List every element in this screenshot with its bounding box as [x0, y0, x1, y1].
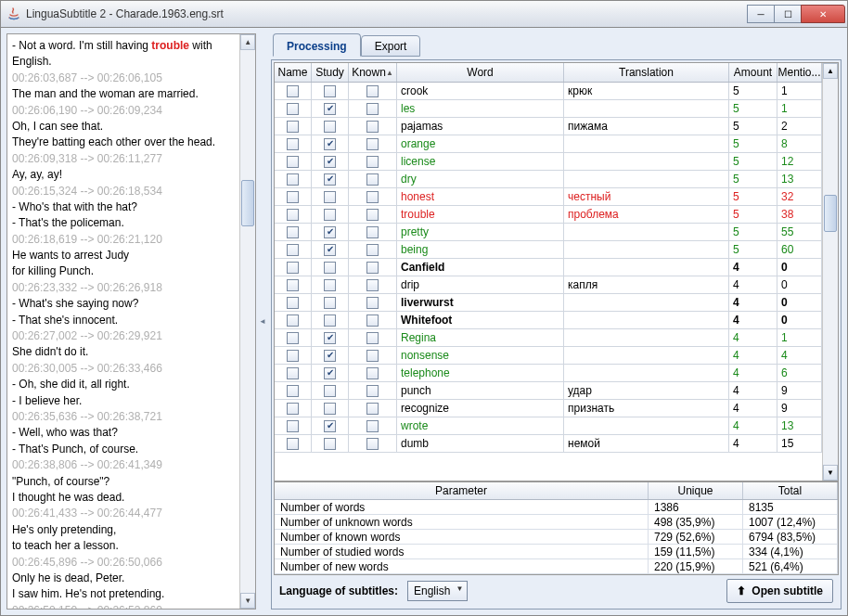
study-checkbox[interactable] — [324, 173, 336, 186]
table-row[interactable]: wrote413 — [275, 417, 822, 435]
table-row[interactable]: dripкапля40 — [275, 276, 822, 294]
name-checkbox[interactable] — [287, 85, 299, 97]
col-header-word[interactable]: Word — [397, 63, 564, 82]
known-checkbox[interactable] — [366, 367, 379, 379]
maximize-button[interactable]: ☐ — [774, 5, 802, 23]
known-checkbox[interactable] — [366, 156, 379, 168]
tab-export[interactable]: Export — [361, 35, 421, 57]
name-checkbox[interactable] — [287, 420, 299, 432]
name-checkbox[interactable] — [287, 156, 299, 168]
name-checkbox[interactable] — [287, 403, 299, 415]
known-checkbox[interactable] — [366, 191, 379, 203]
study-checkbox[interactable] — [324, 385, 336, 397]
table-row[interactable]: being560 — [275, 241, 822, 259]
table-row[interactable]: telephone46 — [275, 365, 822, 382]
scroll-thumb[interactable] — [241, 180, 254, 226]
table-row[interactable]: liverwurst40 — [275, 294, 822, 312]
known-checkbox[interactable] — [366, 350, 379, 362]
name-checkbox[interactable] — [287, 438, 299, 450]
table-row[interactable]: les51 — [275, 100, 822, 118]
study-checkbox[interactable] — [324, 103, 336, 115]
study-checkbox[interactable] — [324, 297, 336, 309]
language-select[interactable]: English — [407, 581, 468, 601]
table-row[interactable]: recognizeпризнать49 — [275, 400, 822, 417]
col-header-known[interactable]: Known — [349, 63, 397, 82]
name-checkbox[interactable] — [287, 138, 299, 150]
known-checkbox[interactable] — [366, 262, 379, 274]
table-row[interactable]: Canfield40 — [275, 259, 822, 276]
col-header-study[interactable]: Study — [312, 63, 349, 82]
name-checkbox[interactable] — [287, 314, 299, 327]
known-checkbox[interactable] — [366, 85, 379, 97]
known-checkbox[interactable] — [366, 226, 379, 238]
col-header-amount[interactable]: Amount — [729, 63, 777, 82]
known-checkbox[interactable] — [366, 403, 379, 415]
table-row[interactable]: pajamasпижама52 — [275, 118, 822, 135]
study-checkbox[interactable] — [324, 367, 336, 379]
name-checkbox[interactable] — [287, 244, 299, 256]
scroll-up-icon[interactable]: ▲ — [240, 34, 255, 50]
known-checkbox[interactable] — [366, 420, 379, 432]
name-checkbox[interactable] — [287, 297, 299, 309]
study-checkbox[interactable] — [324, 403, 336, 415]
open-subtitle-button[interactable]: Open subtitle — [726, 579, 833, 603]
scroll-track[interactable] — [823, 79, 838, 465]
study-checkbox[interactable] — [324, 332, 336, 344]
table-scrollbar[interactable]: ▲ ▼ — [822, 63, 838, 481]
col-header-name[interactable]: Name — [275, 63, 312, 82]
table-row[interactable]: pretty555 — [275, 224, 822, 241]
name-checkbox[interactable] — [287, 262, 299, 274]
study-checkbox[interactable] — [324, 85, 336, 97]
table-row[interactable]: Regina41 — [275, 329, 822, 347]
study-checkbox[interactable] — [324, 279, 336, 291]
study-checkbox[interactable] — [324, 138, 336, 150]
known-checkbox[interactable] — [366, 121, 379, 133]
known-checkbox[interactable] — [366, 138, 379, 150]
known-checkbox[interactable] — [366, 209, 379, 221]
known-checkbox[interactable] — [366, 385, 379, 397]
close-button[interactable]: ✕ — [801, 5, 845, 23]
table-row[interactable]: troubleпроблема538 — [275, 206, 822, 224]
subtitle-text[interactable]: - Not a word. I'm still having trouble w… — [7, 34, 255, 610]
scroll-up-icon[interactable]: ▲ — [823, 63, 838, 79]
name-checkbox[interactable] — [287, 209, 299, 221]
name-checkbox[interactable] — [287, 279, 299, 291]
study-checkbox[interactable] — [324, 438, 336, 450]
name-checkbox[interactable] — [287, 226, 299, 238]
study-checkbox[interactable] — [324, 314, 336, 327]
subtitle-scrollbar[interactable]: ▲ ▼ — [239, 34, 255, 609]
scroll-track[interactable] — [240, 50, 255, 593]
name-checkbox[interactable] — [287, 173, 299, 186]
minimize-button[interactable]: ─ — [747, 5, 775, 23]
study-checkbox[interactable] — [324, 191, 336, 203]
name-checkbox[interactable] — [287, 121, 299, 133]
study-checkbox[interactable] — [324, 121, 336, 133]
name-checkbox[interactable] — [287, 191, 299, 203]
scroll-down-icon[interactable]: ▼ — [823, 465, 838, 481]
study-checkbox[interactable] — [324, 226, 336, 238]
study-checkbox[interactable] — [324, 244, 336, 256]
col-header-mentio[interactable]: Mentio... — [777, 63, 822, 82]
name-checkbox[interactable] — [287, 350, 299, 362]
study-checkbox[interactable] — [324, 262, 336, 274]
table-row[interactable]: dumbнемой415 — [275, 435, 822, 453]
known-checkbox[interactable] — [366, 279, 379, 291]
name-checkbox[interactable] — [287, 332, 299, 344]
table-row[interactable]: nonsense44 — [275, 347, 822, 365]
study-checkbox[interactable] — [324, 209, 336, 221]
table-row[interactable]: punchудар49 — [275, 382, 822, 400]
study-checkbox[interactable] — [324, 156, 336, 168]
scroll-thumb[interactable] — [824, 195, 837, 232]
table-row[interactable]: dry513 — [275, 171, 822, 188]
table-row[interactable]: Whitefoot40 — [275, 312, 822, 329]
col-header-translation[interactable]: Translation — [564, 63, 729, 82]
table-row[interactable]: orange58 — [275, 135, 822, 153]
study-checkbox[interactable] — [324, 350, 336, 362]
splitter-handle[interactable] — [260, 33, 267, 610]
table-row[interactable]: honestчестный532 — [275, 188, 822, 206]
name-checkbox[interactable] — [287, 367, 299, 379]
table-row[interactable]: crookкрюк51 — [275, 83, 822, 100]
table-row[interactable]: license512 — [275, 153, 822, 171]
tab-processing[interactable]: Processing — [273, 33, 361, 57]
known-checkbox[interactable] — [366, 314, 379, 327]
